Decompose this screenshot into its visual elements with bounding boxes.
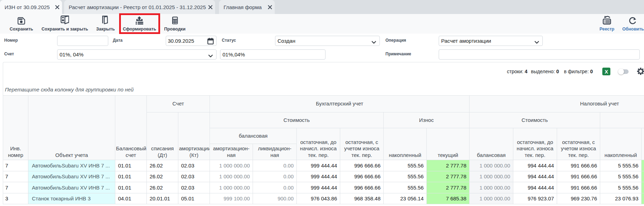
svg-text:X: X [605, 69, 608, 75]
